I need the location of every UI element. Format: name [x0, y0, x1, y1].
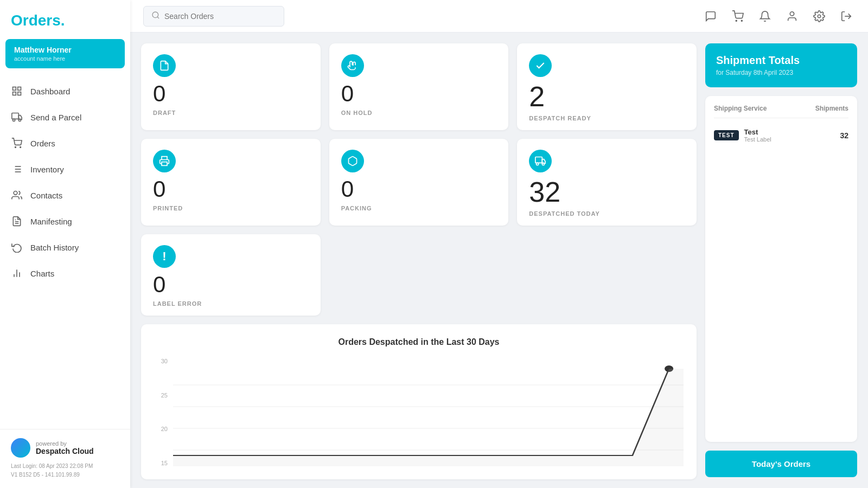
svg-point-15: [14, 191, 17, 195]
despatched-today-icon: [529, 150, 552, 172]
draft-count: 0: [153, 82, 165, 105]
logout-icon[interactable]: [838, 8, 855, 25]
shipping-table-header: Shipping Service Shipments: [714, 105, 848, 118]
send-parcel-icon: [11, 111, 23, 123]
shipping-table-row: TEST Test Test Label 32: [714, 124, 848, 147]
sidebar-item-label-send-parcel: Send a Parcel: [30, 113, 81, 122]
stat-card-despatch-ready[interactable]: 2 DESPATCH READY: [517, 43, 697, 130]
stat-card-packing[interactable]: 0 PACKING: [329, 139, 509, 226]
inventory-icon: [11, 163, 23, 175]
svg-point-6: [18, 119, 21, 121]
stat-card-draft[interactable]: 0 DRAFT: [141, 43, 321, 130]
svg-rect-3: [13, 92, 16, 95]
draft-icon: [153, 54, 176, 77]
svg-point-30: [537, 163, 539, 165]
powered-by-text: powered by Despatch Cloud: [36, 440, 94, 455]
sidebar-item-inventory[interactable]: Inventory: [0, 156, 130, 182]
shipments-col-header: Shipments: [815, 105, 848, 112]
shipping-table-card: Shipping Service Shipments TEST Test Tes…: [705, 96, 857, 442]
shipping-service-col-header: Shipping Service: [714, 105, 767, 112]
orders-icon: [11, 137, 23, 149]
content-area: 0 DRAFT 0 ON HOLD 2 DESPATCH READY: [130, 33, 868, 488]
stat-card-on-hold[interactable]: 0 ON HOLD: [329, 43, 509, 130]
despatch-ready-icon: [529, 54, 552, 77]
label-error-count: 0: [153, 273, 165, 296]
stat-card-printed[interactable]: 0 PRINTED: [141, 139, 321, 226]
printed-icon: [153, 150, 176, 172]
stat-card-despatched-today[interactable]: 32 DESPATCHED TODAY: [517, 139, 697, 226]
sidebar-item-label-orders: Orders: [30, 139, 55, 148]
batch-history-icon: [11, 241, 23, 253]
active-user-sub: account name here: [14, 55, 116, 62]
packing-label: PACKING: [341, 205, 372, 211]
despatched-today-count: 32: [529, 178, 560, 206]
chart-plot: [173, 358, 684, 466]
svg-point-25: [790, 11, 794, 15]
printed-label: PRINTED: [153, 205, 183, 211]
svg-point-23: [736, 20, 737, 21]
shipment-totals-card: Shipment Totals for Saturday 8th April 2…: [705, 43, 857, 87]
sidebar-item-batch-history[interactable]: Batch History: [0, 234, 130, 260]
sidebar-footer: powered by Despatch Cloud Last Login: 08…: [0, 429, 130, 488]
active-user-card[interactable]: Matthew Horner account name here: [5, 39, 125, 68]
label-error-icon: !: [153, 245, 176, 268]
contacts-icon: [11, 189, 23, 201]
sidebar-item-label-inventory: Inventory: [30, 165, 64, 174]
app-title-dot: .: [61, 12, 65, 29]
active-user-name: Matthew Horner: [14, 46, 116, 54]
on-hold-icon: [341, 54, 364, 77]
right-sidebar: Shipment Totals for Saturday 8th April 2…: [705, 43, 857, 477]
sidebar-item-label-dashboard: Dashboard: [30, 87, 70, 96]
sidebar-item-label-manifesting: Manifesting: [30, 217, 72, 226]
sidebar-item-dashboard[interactable]: Dashboard: [0, 78, 130, 104]
header-icons: [702, 8, 855, 25]
svg-point-5: [13, 119, 15, 121]
shipping-count: 32: [840, 131, 848, 140]
dashboard-main: 0 DRAFT 0 ON HOLD 2 DESPATCH READY: [141, 43, 697, 477]
powered-by: powered by Despatch Cloud: [11, 438, 119, 458]
dashboard-icon: [11, 85, 23, 97]
test-shipping-logo: TEST: [714, 130, 739, 140]
shipping-service-info: Test Test Label: [744, 128, 835, 143]
header: [130, 0, 868, 33]
chart-container: Orders Despatched in the Last 30 Days 15…: [141, 324, 697, 479]
sidebar: Orders. Matthew Horner account name here…: [0, 0, 130, 488]
sidebar-item-send-a-parcel[interactable]: Send a Parcel: [0, 104, 130, 130]
svg-rect-0: [13, 87, 16, 91]
shipping-service-label: Test Label: [744, 136, 835, 143]
packing-count: 0: [341, 178, 354, 201]
svg-rect-2: [18, 92, 21, 95]
sidebar-item-manifesting[interactable]: Manifesting: [0, 208, 130, 234]
sidebar-item-label-charts: Charts: [30, 269, 54, 278]
sidebar-item-contacts[interactable]: Contacts: [0, 182, 130, 208]
sidebar-item-orders[interactable]: Orders: [0, 130, 130, 156]
manifesting-icon: [11, 215, 23, 227]
svg-line-22: [157, 17, 159, 18]
app-logo: Orders.: [0, 0, 130, 39]
settings-icon[interactable]: [810, 8, 828, 25]
shipping-service-name: Test: [744, 128, 835, 136]
app-title: Orders: [11, 12, 61, 29]
chart-svg: [173, 358, 684, 466]
charts-icon: [11, 267, 23, 279]
stat-card-label-error[interactable]: ! 0 LABEL ERROR: [141, 234, 321, 316]
svg-point-8: [20, 147, 21, 148]
shipment-totals-subtitle: for Saturday 8th April 2023: [716, 69, 846, 76]
on-hold-label: ON HOLD: [341, 110, 373, 116]
sidebar-item-charts[interactable]: Charts: [0, 260, 130, 286]
despatch-cloud-logo: [11, 438, 30, 458]
svg-marker-37: [173, 369, 684, 466]
search-bar[interactable]: [143, 6, 284, 27]
despatch-ready-label: DESPATCH READY: [529, 115, 591, 121]
search-input[interactable]: [164, 12, 273, 21]
user-icon[interactable]: [783, 8, 801, 25]
today-orders-button[interactable]: Today's Orders: [705, 451, 857, 477]
sidebar-item-label-contacts: Contacts: [30, 191, 62, 200]
draft-label: DRAFT: [153, 110, 176, 116]
bell-icon[interactable]: [756, 8, 774, 25]
svg-rect-28: [162, 162, 167, 166]
sidebar-item-label-batch-history: Batch History: [30, 243, 79, 252]
label-error-label: LABEL ERROR: [153, 300, 202, 307]
cart-icon[interactable]: [729, 8, 746, 25]
chat-icon[interactable]: [702, 8, 719, 25]
